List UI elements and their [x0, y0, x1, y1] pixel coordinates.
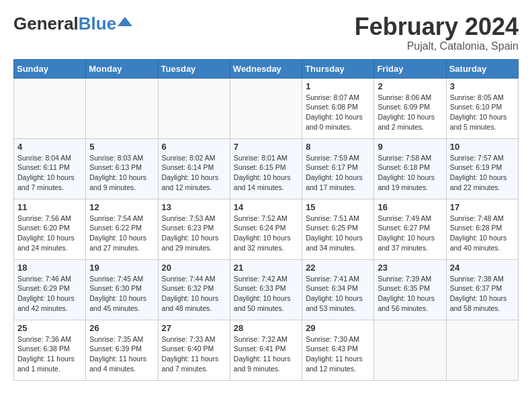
calendar-cell: 22Sunrise: 7:41 AM Sunset: 6:34 PM Dayli…	[302, 259, 374, 320]
day-info: Sunrise: 7:45 AM Sunset: 6:30 PM Dayligh…	[89, 274, 154, 314]
logo-icon	[118, 17, 132, 26]
day-number: 25	[17, 323, 82, 333]
day-info: Sunrise: 7:41 AM Sunset: 6:34 PM Dayligh…	[306, 274, 370, 314]
week-row-1: 1Sunrise: 8:07 AM Sunset: 6:08 PM Daylig…	[14, 78, 519, 138]
header-row: SundayMondayTuesdayWednesdayThursdayFrid…	[14, 59, 519, 78]
day-info: Sunrise: 8:03 AM Sunset: 6:13 PM Dayligh…	[89, 153, 154, 193]
title-block: February 2024 Pujalt, Catalonia, Spain	[355, 13, 519, 52]
weekday-header-wednesday: Wednesday	[230, 59, 302, 78]
day-info: Sunrise: 8:07 AM Sunset: 6:08 PM Dayligh…	[306, 93, 370, 132]
weekday-header-saturday: Saturday	[446, 59, 518, 78]
day-info: Sunrise: 7:59 AM Sunset: 6:17 PM Dayligh…	[306, 153, 370, 193]
day-info: Sunrise: 8:06 AM Sunset: 6:09 PM Dayligh…	[378, 93, 442, 132]
day-number: 28	[234, 323, 298, 333]
location: Pujalt, Catalonia, Spain	[355, 40, 519, 52]
day-number: 6	[162, 142, 226, 152]
calendar-cell: 17Sunrise: 7:48 AM Sunset: 6:28 PM Dayli…	[446, 199, 518, 259]
calendar-cell: 13Sunrise: 7:53 AM Sunset: 6:23 PM Dayli…	[158, 199, 230, 259]
calendar-cell: 27Sunrise: 7:33 AM Sunset: 6:40 PM Dayli…	[158, 320, 230, 380]
day-number: 22	[306, 263, 370, 273]
weekday-header-friday: Friday	[374, 59, 446, 78]
day-number: 15	[306, 202, 370, 212]
day-number: 4	[17, 142, 82, 152]
calendar-cell: 4Sunrise: 8:04 AM Sunset: 6:11 PM Daylig…	[14, 138, 86, 199]
day-number: 5	[89, 142, 154, 152]
day-number: 19	[89, 263, 154, 273]
calendar-table: SundayMondayTuesdayWednesdayThursdayFrid…	[13, 59, 519, 381]
day-info: Sunrise: 7:52 AM Sunset: 6:24 PM Dayligh…	[234, 214, 298, 253]
weekday-header-tuesday: Tuesday	[158, 59, 230, 78]
day-info: Sunrise: 7:51 AM Sunset: 6:25 PM Dayligh…	[306, 214, 370, 253]
week-row-5: 25Sunrise: 7:36 AM Sunset: 6:38 PM Dayli…	[14, 320, 519, 380]
day-number: 27	[162, 323, 226, 333]
calendar-cell	[14, 78, 86, 138]
weekday-header-monday: Monday	[86, 59, 158, 78]
day-info: Sunrise: 8:02 AM Sunset: 6:14 PM Dayligh…	[162, 153, 226, 193]
weekday-header-sunday: Sunday	[14, 59, 86, 78]
calendar-cell	[230, 78, 302, 138]
calendar-cell: 21Sunrise: 7:42 AM Sunset: 6:33 PM Dayli…	[230, 259, 302, 320]
day-number: 12	[89, 202, 154, 212]
day-info: Sunrise: 7:53 AM Sunset: 6:23 PM Dayligh…	[162, 214, 226, 253]
calendar-cell	[158, 78, 230, 138]
calendar-cell: 9Sunrise: 7:58 AM Sunset: 6:18 PM Daylig…	[374, 138, 446, 199]
calendar-cell: 24Sunrise: 7:38 AM Sunset: 6:37 PM Dayli…	[446, 259, 518, 320]
calendar-cell: 26Sunrise: 7:35 AM Sunset: 6:39 PM Dayli…	[86, 320, 158, 380]
day-number: 10	[450, 142, 515, 152]
day-info: Sunrise: 7:44 AM Sunset: 6:32 PM Dayligh…	[162, 274, 226, 314]
day-number: 3	[450, 81, 515, 91]
month-title: February 2024	[355, 13, 519, 40]
day-info: Sunrise: 8:01 AM Sunset: 6:15 PM Dayligh…	[234, 153, 298, 193]
day-info: Sunrise: 7:58 AM Sunset: 6:18 PM Dayligh…	[378, 153, 442, 193]
logo-blue-text: Blue	[79, 13, 116, 34]
day-info: Sunrise: 7:38 AM Sunset: 6:37 PM Dayligh…	[450, 274, 515, 314]
day-number: 9	[378, 142, 442, 152]
day-number: 24	[450, 263, 515, 273]
calendar-cell: 11Sunrise: 7:56 AM Sunset: 6:20 PM Dayli…	[14, 199, 86, 259]
day-info: Sunrise: 7:30 AM Sunset: 6:43 PM Dayligh…	[306, 334, 370, 374]
day-info: Sunrise: 7:32 AM Sunset: 6:41 PM Dayligh…	[234, 334, 298, 374]
calendar-cell: 14Sunrise: 7:52 AM Sunset: 6:24 PM Dayli…	[230, 199, 302, 259]
day-number: 11	[17, 202, 82, 212]
day-number: 8	[306, 142, 370, 152]
day-info: Sunrise: 7:36 AM Sunset: 6:38 PM Dayligh…	[17, 334, 82, 374]
svg-marker-0	[118, 17, 132, 26]
calendar-cell: 5Sunrise: 8:03 AM Sunset: 6:13 PM Daylig…	[86, 138, 158, 199]
calendar-cell: 7Sunrise: 8:01 AM Sunset: 6:15 PM Daylig…	[230, 138, 302, 199]
day-number: 17	[450, 202, 515, 212]
calendar-cell: 10Sunrise: 7:57 AM Sunset: 6:19 PM Dayli…	[446, 138, 518, 199]
day-number: 13	[162, 202, 226, 212]
calendar-cell: 16Sunrise: 7:49 AM Sunset: 6:27 PM Dayli…	[374, 199, 446, 259]
day-info: Sunrise: 7:35 AM Sunset: 6:39 PM Dayligh…	[89, 334, 154, 374]
calendar-cell: 1Sunrise: 8:07 AM Sunset: 6:08 PM Daylig…	[302, 78, 374, 138]
day-number: 16	[378, 202, 442, 212]
calendar-cell	[446, 320, 518, 380]
day-number: 2	[378, 81, 442, 91]
day-info: Sunrise: 8:05 AM Sunset: 6:10 PM Dayligh…	[450, 93, 515, 132]
day-info: Sunrise: 7:56 AM Sunset: 6:20 PM Dayligh…	[17, 214, 82, 253]
week-row-2: 4Sunrise: 8:04 AM Sunset: 6:11 PM Daylig…	[14, 138, 519, 199]
calendar-cell: 19Sunrise: 7:45 AM Sunset: 6:30 PM Dayli…	[86, 259, 158, 320]
calendar-cell	[374, 320, 446, 380]
day-number: 26	[89, 323, 154, 333]
day-number: 7	[234, 142, 298, 152]
week-row-3: 11Sunrise: 7:56 AM Sunset: 6:20 PM Dayli…	[14, 199, 519, 259]
calendar-cell: 29Sunrise: 7:30 AM Sunset: 6:43 PM Dayli…	[302, 320, 374, 380]
day-info: Sunrise: 7:42 AM Sunset: 6:33 PM Dayligh…	[234, 274, 298, 314]
calendar-cell: 15Sunrise: 7:51 AM Sunset: 6:25 PM Dayli…	[302, 199, 374, 259]
week-row-4: 18Sunrise: 7:46 AM Sunset: 6:29 PM Dayli…	[14, 259, 519, 320]
page-header: General Blue February 2024 Pujalt, Catal…	[13, 13, 519, 52]
calendar-cell	[86, 78, 158, 138]
day-info: Sunrise: 7:33 AM Sunset: 6:40 PM Dayligh…	[162, 334, 226, 374]
day-info: Sunrise: 7:39 AM Sunset: 6:35 PM Dayligh…	[378, 274, 442, 314]
calendar-cell: 25Sunrise: 7:36 AM Sunset: 6:38 PM Dayli…	[14, 320, 86, 380]
day-info: Sunrise: 7:54 AM Sunset: 6:22 PM Dayligh…	[89, 214, 154, 253]
day-number: 29	[306, 323, 370, 333]
day-number: 23	[378, 263, 442, 273]
day-number: 14	[234, 202, 298, 212]
calendar-cell: 3Sunrise: 8:05 AM Sunset: 6:10 PM Daylig…	[446, 78, 518, 138]
calendar-cell: 8Sunrise: 7:59 AM Sunset: 6:17 PM Daylig…	[302, 138, 374, 199]
calendar-cell: 18Sunrise: 7:46 AM Sunset: 6:29 PM Dayli…	[14, 259, 86, 320]
logo-general-text: General	[13, 13, 79, 34]
day-info: Sunrise: 7:57 AM Sunset: 6:19 PM Dayligh…	[450, 153, 515, 193]
